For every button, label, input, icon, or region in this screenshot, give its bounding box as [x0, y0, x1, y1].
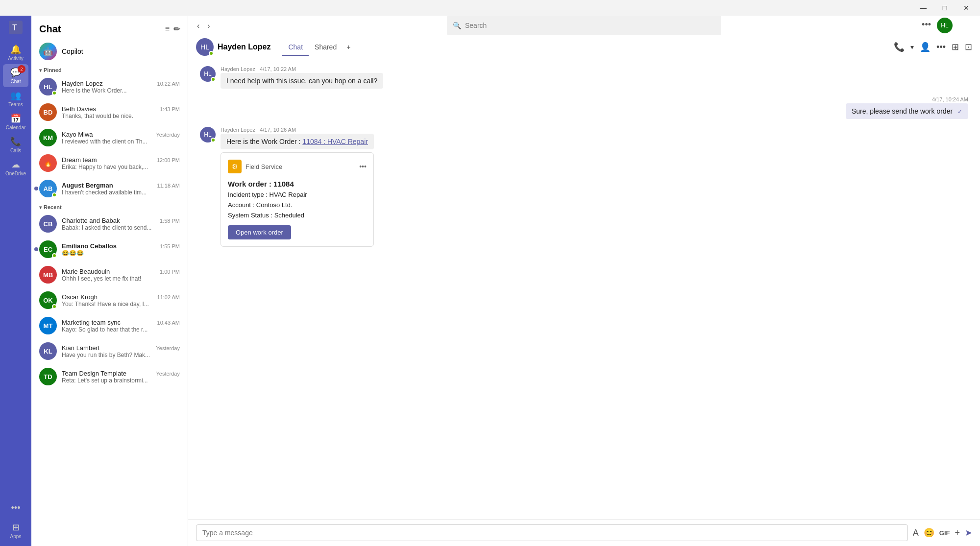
search-icon: 🔍 [453, 22, 461, 29]
attach-icon[interactable]: + [955, 528, 960, 538]
conv-content: August Bergman 11:18 AM I haven't checke… [62, 182, 180, 196]
open-work-order-button[interactable]: Open work order [228, 225, 291, 239]
conv-time: 11:18 AM [157, 183, 180, 189]
onedrive-icon: ☁ [11, 159, 20, 170]
gif-icon[interactable]: GIF [939, 529, 950, 537]
filter-icon[interactable]: ≡ [165, 24, 170, 34]
close-button[interactable]: ✕ [956, 0, 976, 16]
conv-top: Marketing team sync 10:43 AM [62, 319, 180, 326]
message-text: I need help with this issue, can you hop… [226, 77, 377, 85]
minimize-button[interactable]: — [913, 0, 933, 16]
message-time: 4/17, 10:22 AM [260, 66, 296, 72]
participants-icon[interactable]: 👤 [920, 42, 931, 52]
conv-item-kayo-miwa[interactable]: KM Kayo Miwa Yesterday I reviewed with t… [31, 125, 188, 150]
message-sender-3: Hayden Lopez [220, 127, 255, 133]
call-icon[interactable]: 📞 [894, 42, 905, 52]
conv-top: Charlotte and Babak 1:58 PM [62, 217, 180, 224]
pinned-section-label[interactable]: ▾ Pinned [31, 64, 188, 74]
fs-status: System Status : Scheduled [228, 211, 367, 221]
message-content: Hayden Lopez 4/17, 10:22 AM I need help … [220, 66, 383, 89]
compose-icon[interactable]: ✏ [173, 24, 180, 34]
conv-item-team-design[interactable]: TD Team Design Template Yesterday Reta: … [31, 364, 188, 389]
back-button[interactable]: ‹ [194, 20, 202, 32]
message-meta-3: Hayden Lopez 4/17, 10:26 AM [220, 127, 374, 133]
conv-content: Team Design Template Yesterday Reta: Let… [62, 370, 180, 384]
more-icon[interactable]: ••• [936, 42, 946, 52]
sidebar-item-activity[interactable]: 🔔Activity [3, 41, 28, 64]
conv-item-charlotte-babak[interactable]: CB Charlotte and Babak 1:58 PM Babak: I … [31, 211, 188, 237]
emoji-icon[interactable]: 😊 [924, 527, 934, 538]
conv-content: Kayo Miwa Yesterday I reviewed with the … [62, 131, 180, 145]
chat-tabs: Chat Shared + [282, 39, 354, 55]
chat-panel-title: Chat [39, 24, 61, 35]
conv-preview: Kayo: So glad to hear that the r... [62, 326, 180, 333]
conv-preview: 😂😂😂 [62, 250, 180, 257]
sidebar-item-chat[interactable]: 💬Chat2 [3, 64, 28, 87]
conv-name: Hayden Lopez [62, 80, 103, 87]
conv-avatar: AB [39, 180, 57, 197]
chat-list-panel: Chat ≡ ✏ 🤖 Copilot ▾ Pinned HL Hayden L [31, 16, 188, 546]
tab-shared[interactable]: Shared [309, 39, 343, 56]
calendar-icon: 📅 [10, 113, 21, 124]
sidebar-item-teams[interactable]: 👥Teams [3, 87, 28, 110]
recent-section-label[interactable]: ▾ Recent [31, 201, 188, 211]
tab-chat[interactable]: Chat [282, 39, 309, 56]
fs-card-title-row: ⚙ Field Service [228, 160, 282, 173]
conv-preview: Reta: Let's set up a brainstormi... [62, 377, 180, 384]
conv-avatar: CB [39, 215, 57, 233]
online-status-dot [209, 51, 214, 56]
format-icon[interactable]: A [913, 528, 919, 538]
fullscreen-icon[interactable]: ⊡ [965, 42, 972, 52]
conv-status-dot [52, 253, 57, 258]
sidebar-item-apps[interactable]: ⊞ Apps [3, 519, 28, 542]
fs-service-label: Field Service [245, 163, 282, 170]
pinned-arrow-icon: ▾ [39, 68, 42, 73]
work-order-link[interactable]: 11084 : HVAC Repair [302, 138, 368, 145]
copilot-item[interactable]: 🤖 Copilot [31, 39, 188, 64]
field-service-card: ⚙ Field Service ••• Work order : 11084 I… [220, 152, 374, 247]
message-input[interactable] [196, 524, 908, 541]
conv-item-marie-beaudouin[interactable]: MB Marie Beaudouin 1:00 PM Ohhh I see, y… [31, 262, 188, 287]
more-options-icon[interactable]: ••• [922, 20, 931, 30]
conv-item-dream-team[interactable]: 🔥 Dream team 12:00 PM Erika: Happy to ha… [31, 150, 188, 176]
popout-icon[interactable]: ⊞ [952, 42, 959, 52]
sidebar-item-calls[interactable]: 📞Calls [3, 133, 28, 156]
conv-item-oscar-krogh[interactable]: OK Oscar Krogh 11:02 AM You: Thanks! Hav… [31, 287, 188, 313]
contact-name[interactable]: Hayden Lopez [218, 43, 270, 51]
sidebar-item-calendar[interactable]: 📅Calendar [3, 110, 28, 133]
conv-item-august-bergman[interactable]: AB August Bergman 11:18 AM I haven't che… [31, 176, 188, 201]
conv-item-kian-lambert[interactable]: KL Kian Lambert Yesterday Have you run t… [31, 338, 188, 364]
send-icon[interactable]: ➤ [965, 527, 972, 538]
conv-item-beth-davies[interactable]: BD Beth Davies 1:43 PM Thanks, that woul… [31, 99, 188, 125]
tab-add-button[interactable]: + [343, 39, 354, 55]
forward-button[interactable]: › [204, 20, 213, 32]
message-text-self: Sure, please send the work order [852, 107, 953, 115]
user-profile-avatar[interactable]: HL [937, 18, 953, 33]
maximize-button[interactable]: □ [935, 0, 955, 16]
conv-item-emiliano-ceballos[interactable]: EC Emiliano Ceballos 1:55 PM 😂😂😂 [31, 237, 188, 262]
global-search-bar[interactable]: 🔍 [447, 16, 721, 35]
search-input[interactable] [465, 22, 715, 29]
svg-text:T: T [12, 24, 17, 32]
conv-item-hayden-lopez[interactable]: HL Hayden Lopez 10:22 AM Here is the Wor… [31, 74, 188, 99]
conv-name: Marketing team sync [62, 319, 121, 326]
copilot-label: Copilot [62, 47, 83, 55]
topbar-right: 📞 ▾ 👤 ••• ⊞ ⊡ [894, 42, 972, 52]
message-text-prefix: Here is the Work Order : [226, 138, 302, 145]
conv-top: Team Design Template Yesterday [62, 370, 180, 377]
conv-top: Dream team 12:00 PM [62, 156, 180, 164]
more-apps-button[interactable]: ••• [3, 500, 28, 517]
conv-avatar: KL [39, 342, 57, 360]
sidebar-item-onedrive[interactable]: ☁OneDrive [3, 156, 28, 179]
message-time-3: 4/17, 10:26 AM [260, 127, 296, 133]
conv-content: Dream team 12:00 PM Erika: Happy to have… [62, 156, 180, 170]
fs-card-more-icon[interactable]: ••• [359, 163, 367, 170]
conv-item-marketing-team[interactable]: MT Marketing team sync 10:43 AM Kayo: So… [31, 313, 188, 338]
conv-avatar: TD [39, 368, 57, 385]
teams-logo[interactable]: T [8, 20, 24, 35]
sender-avatar-2: HL [200, 127, 216, 142]
conv-time: 1:55 PM [160, 243, 180, 249]
sender-status-dot [211, 77, 216, 82]
chat-list-header: Chat ≡ ✏ [31, 16, 188, 39]
video-call-icon[interactable]: ▾ [910, 43, 914, 51]
